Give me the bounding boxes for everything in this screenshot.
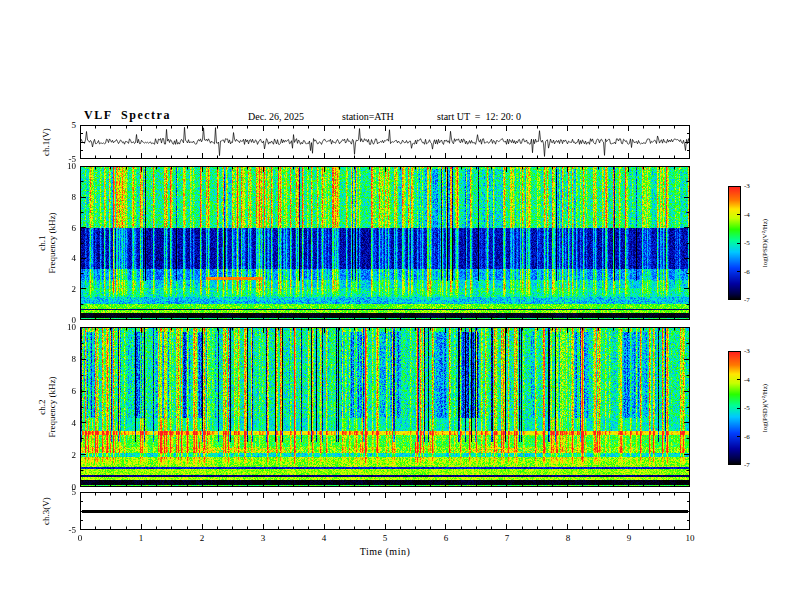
y-tick-label: 6 bbox=[54, 223, 76, 233]
y-tick-label: 4 bbox=[54, 253, 76, 263]
colorbar-tick-label: -7 bbox=[744, 296, 760, 304]
ch2-spectrogram-panel bbox=[80, 327, 690, 487]
start-ut-label: start UT = 12: 20: 0 bbox=[437, 111, 521, 122]
colorbar-ch2-canvas bbox=[728, 351, 741, 465]
colorbar-ch2 bbox=[728, 351, 741, 465]
ch3-voltage-axis-label: ch.3(V) bbox=[41, 497, 51, 525]
colorbar-ch1-canvas bbox=[728, 186, 741, 300]
ch1-voltage-canvas bbox=[80, 125, 690, 159]
ch1-frequency-axis-label: ch.1 Frequency (kHz) bbox=[37, 212, 57, 273]
colorbar-tick-label: -3 bbox=[744, 182, 760, 190]
x-tick-label: 3 bbox=[253, 533, 273, 543]
colorbar-tick-label: -4 bbox=[744, 211, 760, 219]
y-tick-label: 10 bbox=[54, 161, 76, 171]
date-label: Dec. 26, 2025 bbox=[248, 111, 304, 122]
y-tick-label: 2 bbox=[54, 450, 76, 460]
y-tick-label: 6 bbox=[54, 386, 76, 396]
colorbar-tick-label: -5 bbox=[744, 239, 760, 247]
ch1-voltage-axis-label: ch.1(V) bbox=[41, 128, 51, 156]
colorbar-tick-label: -4 bbox=[744, 376, 760, 384]
ch3-voltage-canvas bbox=[80, 492, 690, 530]
x-tick-label: 6 bbox=[436, 533, 456, 543]
ch1-spectrogram-canvas bbox=[80, 166, 690, 320]
y-tick-label: 4 bbox=[54, 418, 76, 428]
x-tick-label: 9 bbox=[619, 533, 639, 543]
x-tick-label: 4 bbox=[314, 533, 334, 543]
colorbar-tick-label: -6 bbox=[744, 268, 760, 276]
y-tick-label: 2 bbox=[54, 284, 76, 294]
x-tick-label: 1 bbox=[131, 533, 151, 543]
plot-area: VLF Spectra Dec. 26, 2025 station=ATH st… bbox=[0, 0, 792, 612]
colorbar-ch2-axis-label: log(PSD)(V²/Hz) bbox=[760, 384, 770, 432]
ch3-voltage-panel bbox=[80, 492, 690, 530]
colorbar-tick-label: -6 bbox=[744, 433, 760, 441]
ch2-spectrogram-canvas bbox=[80, 327, 690, 487]
y-tick-label: 8 bbox=[54, 192, 76, 202]
colorbar-tick-label: -5 bbox=[744, 404, 760, 412]
x-tick-label: 2 bbox=[192, 533, 212, 543]
x-tick-label: 0 bbox=[70, 533, 90, 543]
x-tick-label: 5 bbox=[375, 533, 395, 543]
y-tick-label: 8 bbox=[54, 354, 76, 364]
colorbar-ch1-axis-label: log(PSD)(V²/Hz) bbox=[760, 219, 770, 267]
colorbar-tick-label: -7 bbox=[744, 461, 760, 469]
time-axis-label: Time (min) bbox=[80, 546, 690, 557]
ch1-spectrogram-panel bbox=[80, 166, 690, 320]
x-tick-label: 10 bbox=[680, 533, 700, 543]
x-tick-label: 8 bbox=[558, 533, 578, 543]
y-tick-label: 5 bbox=[54, 120, 76, 130]
x-tick-label: 7 bbox=[497, 533, 517, 543]
station-label: station=ATH bbox=[342, 111, 394, 122]
colorbar-tick-label: -3 bbox=[744, 347, 760, 355]
plot-title: VLF Spectra bbox=[84, 108, 171, 123]
vlf-spectra-page: VLF Spectra Dec. 26, 2025 station=ATH st… bbox=[0, 0, 792, 612]
ch1-voltage-panel bbox=[80, 125, 690, 159]
y-tick-label: 0 bbox=[54, 482, 76, 492]
y-tick-label: 10 bbox=[54, 322, 76, 332]
colorbar-ch1 bbox=[728, 186, 741, 300]
